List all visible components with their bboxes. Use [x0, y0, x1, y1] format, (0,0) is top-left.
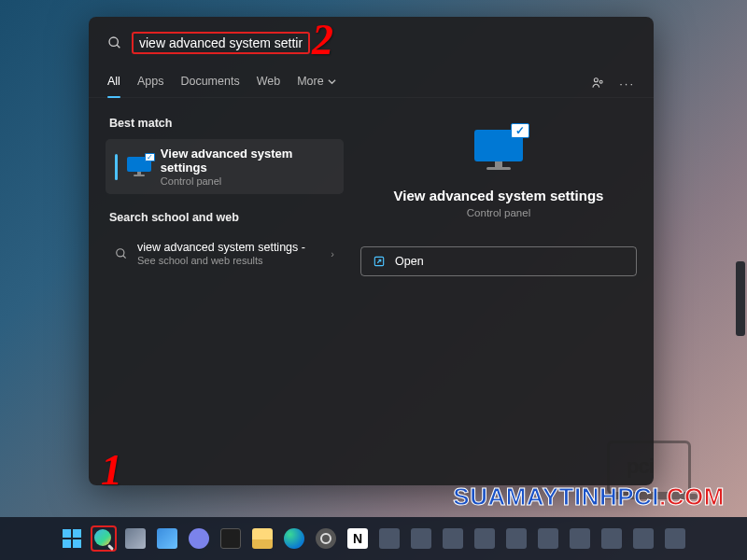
watermark-url: SUAMAYTINHPCI.COM — [453, 483, 725, 511]
section-best-match: Best match — [109, 117, 344, 130]
edge-icon — [284, 528, 304, 549]
control-panel-system-icon: ✓ — [127, 157, 151, 177]
action-open[interactable]: Open — [360, 246, 637, 276]
taskbar-app[interactable] — [662, 525, 688, 552]
tab-more-label: More — [297, 75, 323, 88]
search-icon — [94, 529, 113, 548]
svg-point-3 — [599, 80, 602, 83]
app-icon — [601, 528, 622, 549]
web-result-subtitle: See school and web results — [137, 255, 305, 266]
taskbar-app[interactable] — [408, 525, 434, 552]
taskbar-app[interactable] — [535, 525, 561, 552]
chat-icon — [189, 528, 209, 549]
watermark-url-part1: SUAMAYTINHPCI — [453, 483, 659, 511]
tab-more[interactable]: More — [297, 69, 335, 97]
notion-icon: N — [347, 528, 368, 549]
app-icon — [474, 528, 495, 549]
discord-sidebar-peek — [736, 261, 745, 336]
search-input[interactable] — [139, 35, 303, 50]
result-best-match[interactable]: ✓ View advanced system settings Control … — [106, 139, 344, 194]
org-search-icon[interactable] — [591, 76, 606, 91]
app-icon — [411, 528, 431, 549]
taskbar-app[interactable] — [503, 525, 529, 552]
terminal-icon — [220, 528, 241, 549]
taskbar-app[interactable] — [472, 525, 498, 552]
taskbar-search-button[interactable] — [91, 525, 117, 552]
taskbar-app[interactable] — [440, 525, 466, 552]
svg-point-4 — [117, 248, 124, 256]
app-icon — [506, 528, 527, 549]
selection-indicator — [115, 154, 118, 180]
start-button[interactable] — [59, 525, 85, 552]
annotation-1: 1 — [101, 445, 122, 495]
tab-web[interactable]: Web — [257, 69, 280, 97]
preview-pane: ✓ View advanced system settings Control … — [360, 111, 637, 456]
preview-title: View advanced system settings — [366, 188, 631, 203]
app-icon — [633, 528, 654, 549]
taskbar-app-settings[interactable] — [313, 525, 339, 552]
gear-icon — [316, 528, 336, 549]
taskbar-app[interactable] — [630, 525, 656, 552]
taskbar-app-terminal[interactable] — [218, 525, 244, 552]
preview-subtitle: Control panel — [366, 207, 631, 218]
taskbar-app[interactable] — [567, 525, 593, 552]
open-icon — [373, 255, 386, 268]
taskbar-app[interactable] — [376, 525, 402, 552]
file-explorer-icon — [252, 528, 273, 549]
search-icon — [115, 247, 128, 260]
result-title: View advanced system settings — [161, 147, 334, 175]
section-school-web: Search school and web — [109, 211, 344, 224]
widgets-icon — [157, 528, 177, 549]
svg-point-0 — [109, 37, 118, 46]
tab-all[interactable]: All — [107, 69, 120, 97]
taskbar-app-notion[interactable]: N — [345, 525, 371, 552]
app-icon — [538, 528, 558, 549]
watermark-logo-text: pci — [627, 455, 654, 479]
taskbar-app[interactable] — [599, 525, 625, 552]
tab-documents[interactable]: Documents — [180, 69, 239, 97]
start-search-panel: All Apps Documents Web More ··· Best mat… — [89, 17, 654, 485]
taskbar: N — [0, 517, 747, 560]
search-bar — [89, 17, 654, 63]
result-web-search[interactable]: view advanced system settings - See scho… — [106, 233, 344, 273]
task-view-button[interactable] — [122, 525, 148, 552]
svg-point-2 — [594, 78, 598, 82]
results-column: Best match ✓ View advanced system settin… — [106, 111, 344, 456]
search-query-highlight — [132, 32, 310, 54]
app-icon — [665, 528, 685, 549]
tab-apps[interactable]: Apps — [137, 69, 164, 97]
result-subtitle: Control panel — [161, 175, 334, 187]
chevron-right-icon: › — [331, 248, 334, 259]
app-icon — [379, 528, 400, 549]
task-view-icon — [125, 528, 146, 549]
action-open-label: Open — [395, 255, 424, 268]
control-panel-system-icon: ✓ — [474, 130, 523, 173]
filter-tabs: All Apps Documents Web More ··· — [89, 63, 654, 98]
search-icon — [107, 35, 122, 50]
annotation-2: 2 — [312, 15, 333, 64]
chat-button[interactable] — [186, 525, 212, 552]
widgets-button[interactable] — [154, 525, 180, 552]
svg-line-1 — [117, 45, 120, 48]
more-options-icon[interactable]: ··· — [619, 77, 635, 91]
windows-logo-icon — [63, 529, 81, 548]
taskbar-app-edge[interactable] — [281, 525, 307, 552]
taskbar-app-explorer[interactable] — [249, 525, 275, 552]
web-result-title: view advanced system settings - — [137, 241, 305, 254]
app-icon — [443, 528, 463, 549]
app-icon — [570, 528, 590, 549]
chevron-down-icon — [328, 77, 336, 86]
watermark-url-part2: .COM — [659, 483, 725, 511]
svg-line-5 — [123, 255, 126, 258]
